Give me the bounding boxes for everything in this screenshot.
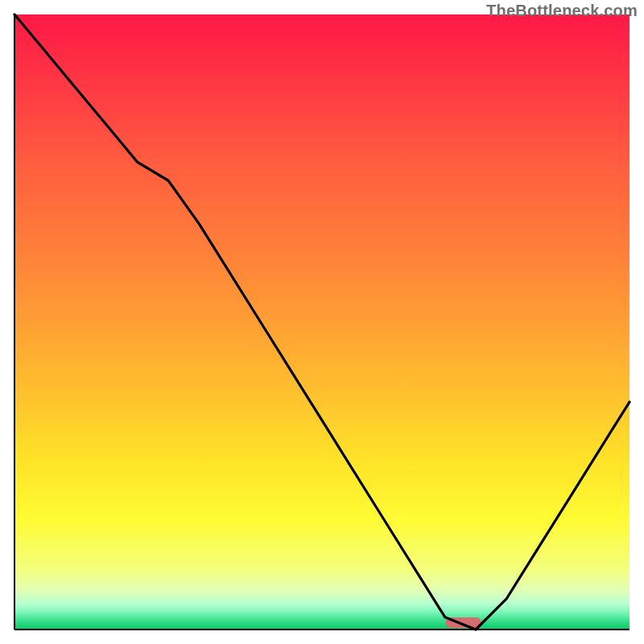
watermark-text: TheBottleneck.com (486, 2, 638, 20)
plot-background (14, 14, 630, 630)
bottleneck-chart (0, 0, 644, 644)
